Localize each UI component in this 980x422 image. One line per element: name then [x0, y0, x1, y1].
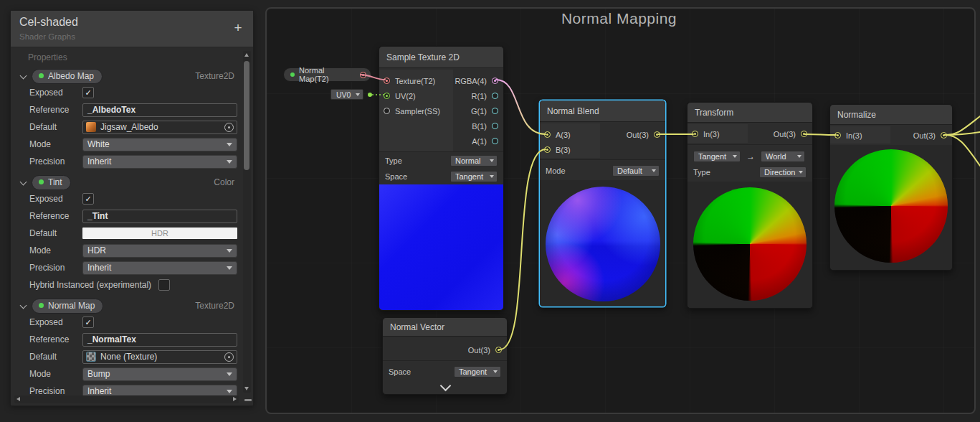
graph-title: Cel-shaded	[19, 16, 78, 29]
node-normal-vector[interactable]: Normal Vector Out(3) Space Tangent	[382, 317, 508, 395]
mode-label: Mode	[546, 167, 566, 175]
uv-channel-dropdown[interactable]: UV0	[330, 89, 363, 100]
precision-value: Inherit	[87, 156, 111, 167]
vertical-scrollbar[interactable]	[243, 51, 251, 393]
space-dropdown[interactable]: Tangent	[450, 171, 498, 182]
port-rgba-out-icon[interactable]	[492, 78, 498, 84]
texture-thumbnail-icon	[86, 122, 96, 132]
type-dropdown[interactable]: Direction	[759, 167, 807, 178]
dropdown-arrow-icon	[490, 159, 494, 162]
port-b-out-icon[interactable]	[492, 123, 498, 129]
port-g-out-icon[interactable]	[492, 108, 498, 114]
color-swatch-hdr[interactable]: HDR	[82, 228, 237, 239]
reference-label: Reference	[16, 211, 82, 221]
mode-dropdown[interactable]: White	[82, 138, 237, 151]
default-texture-field[interactable]: None (Texture)	[82, 350, 237, 364]
node-normal-blend[interactable]: Normal Blend A(3) B(3) Out(3) Mode Defau…	[539, 100, 666, 307]
space-dropdown[interactable]: Tangent	[454, 366, 501, 378]
mode-value: White	[87, 139, 110, 149]
port-label: Out(3)	[913, 131, 936, 140]
texture-name: None (Texture)	[100, 352, 157, 362]
reference-input[interactable]: _Tint	[82, 210, 237, 223]
input-port-row: Sampler(SS)	[384, 103, 440, 118]
mode-value: Default	[617, 167, 642, 175]
port-sampler-in-icon[interactable]	[384, 108, 390, 114]
node-preview-sphere	[688, 182, 812, 308]
port-in-icon[interactable]	[834, 132, 841, 139]
exposed-checkbox[interactable]	[82, 193, 94, 205]
node-normal-map-property[interactable]: Normal Map(T2)	[283, 67, 371, 82]
port-label: In(3)	[846, 131, 862, 140]
port-texture-out-icon[interactable]	[360, 72, 366, 78]
type-dropdown[interactable]: Normal	[450, 155, 498, 167]
default-texture-field[interactable]: Jigsaw_Albedo	[82, 121, 237, 134]
reference-input[interactable]: _AlbedoTex	[82, 103, 237, 117]
precision-value: Inherit	[87, 386, 111, 396]
exposed-checkbox[interactable]	[82, 87, 94, 98]
port-out-icon[interactable]	[495, 347, 502, 353]
chevron-down-icon[interactable]	[20, 301, 27, 309]
port-label: B(1)	[472, 122, 487, 131]
port-in-icon[interactable]	[692, 131, 698, 137]
vertical-scroll-thumb[interactable]	[244, 61, 249, 170]
node-normalize[interactable]: Normalize In(3) Out(3)	[829, 104, 953, 271]
exposed-dot-icon	[39, 73, 44, 78]
exposed-checkbox[interactable]	[82, 316, 94, 328]
add-property-button[interactable]: +	[230, 20, 246, 36]
port-out-icon[interactable]	[801, 131, 807, 137]
space-label: Space	[385, 172, 407, 181]
reference-label: Reference	[16, 105, 82, 115]
space-to-dropdown[interactable]: World	[761, 151, 805, 162]
mode-dropdown[interactable]: Default	[612, 165, 660, 177]
chevron-down-icon[interactable]	[20, 72, 27, 79]
port-out-icon[interactable]	[654, 131, 660, 138]
mode-label: Mode	[16, 139, 82, 149]
scroll-left-icon[interactable]	[16, 397, 20, 401]
node-sample-texture-2d[interactable]: Sample Texture 2D Texture(T2) UV(2) Samp…	[379, 46, 504, 311]
node-title: Normalize	[837, 110, 876, 120]
port-uv-out-icon[interactable]	[368, 93, 372, 97]
node-transform[interactable]: Transform In(3) Out(3) Tangent → World T…	[687, 102, 813, 309]
port-a-out-icon[interactable]	[492, 138, 498, 144]
port-out-icon[interactable]	[941, 132, 947, 139]
chevron-down-icon[interactable]	[20, 178, 27, 185]
horizontal-scrollbar[interactable]	[14, 395, 239, 403]
port-r-out-icon[interactable]	[492, 93, 498, 99]
space-value: Tangent	[459, 367, 487, 376]
mode-dropdown[interactable]: Bump	[82, 367, 237, 381]
resize-handle[interactable]	[244, 399, 252, 401]
collapse-chevron-icon[interactable]	[439, 380, 451, 392]
port-label: Sampler(SS)	[395, 107, 440, 116]
property-pill-albedo[interactable]: Albedo Map	[32, 69, 103, 84]
mode-dropdown[interactable]: HDR	[82, 244, 237, 258]
property-type-label: Texture2D	[195, 71, 237, 81]
exposed-label: Exposed	[16, 194, 82, 204]
port-a-in-icon[interactable]	[544, 131, 551, 138]
scroll-up-icon[interactable]	[244, 53, 249, 57]
scroll-down-icon[interactable]	[244, 387, 249, 390]
uv-channel-value: UV0	[336, 90, 351, 99]
precision-dropdown[interactable]: Inherit	[82, 155, 237, 169]
node-header[interactable]: Transform	[688, 103, 812, 123]
input-port-row: In(3)	[834, 128, 862, 143]
node-header[interactable]: Sample Texture 2D	[379, 47, 503, 68]
port-b-in-icon[interactable]	[544, 146, 551, 153]
node-header[interactable]: Normal Blend	[540, 100, 665, 122]
reference-input[interactable]: _NormalTex	[82, 333, 237, 347]
scroll-right-icon[interactable]	[233, 397, 237, 401]
port-uv-in-icon[interactable]	[384, 93, 390, 99]
node-header[interactable]: Normalize	[830, 105, 952, 125]
object-picker-icon[interactable]	[224, 123, 234, 132]
space-conversion-row: Tangent → World	[693, 149, 807, 164]
port-texture-in-icon[interactable]	[384, 78, 390, 84]
object-picker-icon[interactable]	[224, 352, 234, 362]
property-pill-tint[interactable]: Tint	[32, 175, 71, 190]
space-from-dropdown[interactable]: Tangent	[693, 151, 741, 162]
type-label: Type	[385, 156, 402, 165]
blackboard-header[interactable]: Cel-shaded Shader Graphs +	[11, 11, 253, 47]
input-port-row: A(3)	[544, 127, 571, 142]
property-pill-normal-map[interactable]: Normal Map	[32, 299, 103, 314]
precision-dropdown[interactable]: Inherit	[82, 261, 237, 275]
hybrid-instanced-checkbox[interactable]	[158, 279, 170, 291]
node-header[interactable]: Normal Vector	[383, 318, 507, 337]
